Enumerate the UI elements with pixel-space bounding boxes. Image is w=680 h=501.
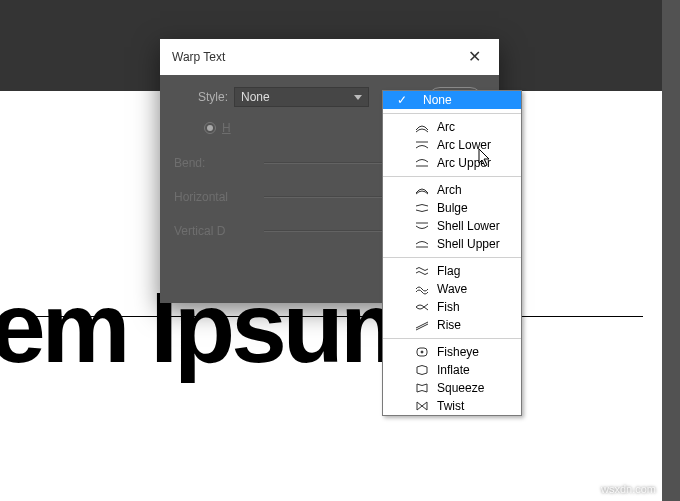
dialog-title: Warp Text bbox=[172, 39, 225, 75]
arc-icon bbox=[415, 121, 429, 133]
style-option-arc[interactable]: Arc bbox=[383, 118, 521, 136]
style-option-label: Shell Lower bbox=[437, 219, 500, 233]
style-option-squeeze[interactable]: Squeeze bbox=[383, 379, 521, 397]
vertical-distortion-label: Vertical D bbox=[174, 224, 264, 238]
dropdown-separator bbox=[383, 176, 521, 177]
text-baseline bbox=[0, 316, 643, 317]
style-option-label: Flag bbox=[437, 264, 460, 278]
svg-point-1 bbox=[421, 351, 423, 353]
arc-lower-icon bbox=[415, 139, 429, 151]
style-option-label: Bulge bbox=[437, 201, 468, 215]
fisheye-icon bbox=[415, 346, 429, 358]
style-option-none[interactable]: ✓None bbox=[383, 91, 521, 109]
watermark: wsxdn.com bbox=[601, 483, 656, 495]
style-option-fisheye[interactable]: Fisheye bbox=[383, 343, 521, 361]
style-option-label: Inflate bbox=[437, 363, 470, 377]
close-button[interactable]: ✕ bbox=[462, 35, 487, 79]
style-option-arc-upper[interactable]: Arc Upper bbox=[383, 154, 521, 172]
dropdown-separator bbox=[383, 338, 521, 339]
style-option-label: Rise bbox=[437, 318, 461, 332]
arc-upper-icon bbox=[415, 157, 429, 169]
style-label: Style: bbox=[174, 90, 234, 104]
horizontal-distortion-label: Horizontal bbox=[174, 190, 264, 204]
style-option-label: None bbox=[423, 93, 452, 107]
wave-icon bbox=[415, 283, 429, 295]
style-option-label: Squeeze bbox=[437, 381, 484, 395]
dialog-titlebar[interactable]: Warp Text ✕ bbox=[160, 39, 499, 75]
style-option-flag[interactable]: Flag bbox=[383, 262, 521, 280]
style-option-shell-upper[interactable]: Shell Upper bbox=[383, 235, 521, 253]
arch-icon bbox=[415, 184, 429, 196]
style-option-shell-lower[interactable]: Shell Lower bbox=[383, 217, 521, 235]
style-select-value: None bbox=[241, 90, 270, 104]
rise-icon bbox=[415, 319, 429, 331]
style-option-bulge[interactable]: Bulge bbox=[383, 199, 521, 217]
style-dropdown[interactable]: ✓NoneArcArc LowerArc UpperArchBulgeShell… bbox=[382, 90, 522, 416]
bulge-icon bbox=[415, 202, 429, 214]
workspace-right-bg bbox=[662, 0, 680, 501]
style-option-rise[interactable]: Rise bbox=[383, 316, 521, 334]
style-option-label: Twist bbox=[437, 399, 464, 413]
style-option-label: Fish bbox=[437, 300, 460, 314]
inflate-icon bbox=[415, 364, 429, 376]
style-option-twist[interactable]: Twist bbox=[383, 397, 521, 415]
style-option-label: Wave bbox=[437, 282, 467, 296]
chevron-down-icon bbox=[354, 95, 362, 100]
check-icon: ✓ bbox=[397, 93, 407, 107]
style-option-label: Arc bbox=[437, 120, 455, 134]
shell-upper-icon bbox=[415, 238, 429, 250]
style-select[interactable]: None bbox=[234, 87, 369, 107]
style-option-fish[interactable]: Fish bbox=[383, 298, 521, 316]
flag-icon bbox=[415, 265, 429, 277]
style-option-label: Arch bbox=[437, 183, 462, 197]
twist-icon bbox=[415, 400, 429, 412]
style-option-wave[interactable]: Wave bbox=[383, 280, 521, 298]
style-option-label: Fisheye bbox=[437, 345, 479, 359]
style-option-inflate[interactable]: Inflate bbox=[383, 361, 521, 379]
bend-label: Bend: bbox=[174, 156, 264, 170]
dropdown-separator bbox=[383, 257, 521, 258]
style-option-arc-lower[interactable]: Arc Lower bbox=[383, 136, 521, 154]
shell-lower-icon bbox=[415, 220, 429, 232]
style-option-arch[interactable]: Arch bbox=[383, 181, 521, 199]
style-option-label: Arc Lower bbox=[437, 138, 491, 152]
squeeze-icon bbox=[415, 382, 429, 394]
orientation-horizontal-label: H bbox=[222, 121, 231, 135]
style-option-label: Shell Upper bbox=[437, 237, 500, 251]
fish-icon bbox=[415, 301, 429, 313]
dropdown-separator bbox=[383, 113, 521, 114]
orientation-horizontal-radio[interactable] bbox=[204, 122, 216, 134]
style-option-label: Arc Upper bbox=[437, 156, 491, 170]
